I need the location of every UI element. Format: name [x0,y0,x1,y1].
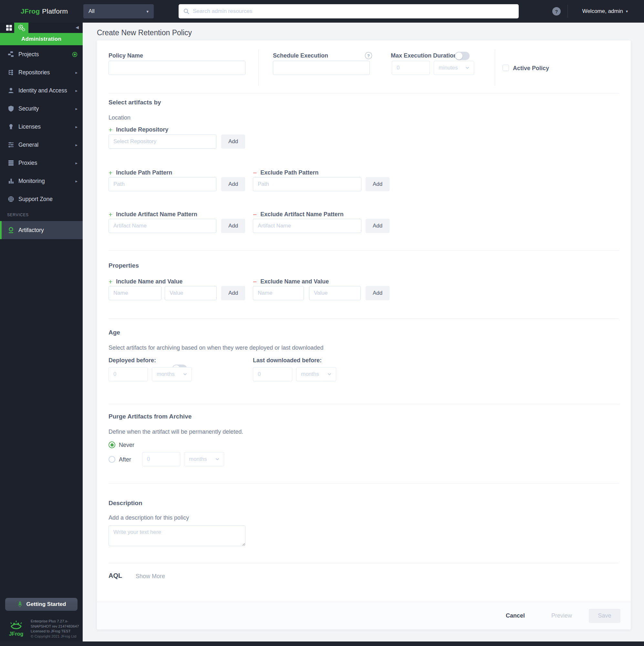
sidebar-item-label: Security [18,105,75,112]
sidebar-item-label: General [18,141,75,148]
exclude-artifact-label: Exclude Artifact Name Pattern [260,211,343,218]
administration-banner: Administration [0,33,83,45]
include-artifact-label: Include Artifact Name Pattern [116,211,197,218]
include-repository-input[interactable] [109,134,216,149]
sidebar-item-proxies[interactable]: Proxies ▸ [0,154,83,172]
sidebar-item-label: Monitoring [18,178,75,185]
sidebar-item-monitoring[interactable]: Monitoring ▸ [0,172,83,190]
max-duration-value-input[interactable] [392,61,430,75]
purge-after-unit-select[interactable]: months [184,452,224,466]
exclude-property-row-label: − Exclude Name and Value [253,278,329,285]
last-downloaded-value-input[interactable] [253,367,292,381]
exclude-property-name-input[interactable] [253,286,304,300]
last-downloaded-before-label: Last downloaded before: [253,357,322,364]
jfrog-platform-logo: JFrog Platform [21,0,68,23]
max-duration-toggle[interactable] [455,52,470,60]
schedule-execution-input[interactable] [273,61,370,75]
minus-icon: − [253,170,257,176]
sidebar-item-identity-and-access[interactable]: Identity and Access ▸ [0,82,83,100]
top-bar: JFrog Platform All ▾ ? Welcome, admin ▾ [0,0,644,23]
tab-administration[interactable] [14,23,28,33]
plus-icon: + [109,127,112,133]
admin-search[interactable] [178,4,519,18]
help-icon: ? [555,9,558,14]
getting-started-button[interactable]: Getting Started [5,598,78,611]
sidebar-item-repositories[interactable]: Repositories ▸ [0,63,83,82]
add-include-property-button[interactable]: Add [221,286,245,300]
exclude-artifact-input[interactable] [253,219,361,233]
policy-name-input[interactable] [109,61,245,75]
add-include-path-button[interactable]: Add [221,177,245,191]
purge-after-unit-value: months [189,456,207,462]
sidebar-item-projects[interactable]: Projects [0,45,83,63]
rocket-icon [17,601,23,608]
add-include-artifact-button[interactable]: Add [221,219,245,233]
purge-never-radio[interactable] [109,441,115,448]
include-property-name-input[interactable] [109,286,161,300]
license-line: Licensed to JFrog TEST [31,629,79,634]
chevron-right-icon: ▸ [75,160,78,166]
purge-after-radio[interactable] [109,456,115,463]
aql-heading: AQL [109,572,122,579]
help-button[interactable]: ? [552,7,561,15]
chevron-right-icon: ▸ [75,142,78,147]
logo-product: Platform [42,7,68,15]
aql-show-more-link[interactable]: Show More [136,573,165,580]
chevron-down-icon [328,373,332,375]
frog-logo-text: JFrog [8,631,24,637]
minus-icon: − [253,279,257,285]
server-stack-icon [7,159,15,167]
sidebar-collapse-icon[interactable]: ◀ [76,25,79,30]
include-artifact-input[interactable] [109,219,216,233]
add-exclude-artifact-button[interactable]: Add [366,219,389,233]
description-subtext: Add a description for this policy [109,515,189,521]
sidebar-item-general[interactable]: General ▸ [0,136,83,154]
cancel-button[interactable]: Cancel [506,612,525,619]
chevron-down-icon [466,67,469,69]
properties-heading: Properties [109,262,139,269]
policy-name-label: Policy Name [109,52,143,59]
projects-icon [7,51,15,58]
user-menu[interactable]: Welcome, admin ▾ [582,0,628,23]
sidebar-item-licenses[interactable]: Licenses ▸ [0,118,83,136]
purge-after-value-input[interactable] [142,452,180,466]
chevron-right-icon: ▸ [75,106,78,111]
exclude-property-value-input[interactable] [309,286,361,300]
app-switcher-icon[interactable] [5,24,13,32]
last-downloaded-unit-select[interactable]: months [296,367,336,381]
schedule-help-icon[interactable]: ? [365,52,372,59]
purge-heading: Purge Artifacts from Archive [109,413,191,420]
save-button[interactable]: Save [589,609,620,623]
deployed-before-unit-value: months [157,371,175,378]
repositories-icon [7,69,15,76]
add-include-repository-button[interactable]: Add [221,134,245,149]
chevron-right-icon: ▸ [75,88,78,93]
scope-dropdown[interactable]: All ▾ [83,4,154,18]
bar-chart-icon [7,178,15,185]
description-textarea[interactable] [109,526,245,546]
deployed-before-unit-select[interactable]: months [152,367,192,381]
age-description: Select artifacts for archiving based on … [109,344,323,351]
scope-dropdown-value: All [89,8,95,14]
sidebar-item-security[interactable]: Security ▸ [0,100,83,118]
include-path-input[interactable] [109,177,216,191]
max-duration-unit-select[interactable]: minutes [434,61,474,75]
add-exclude-path-button[interactable]: Add [366,177,389,191]
chevron-right-icon: ▸ [75,124,78,129]
section-divider [109,483,619,483]
sidebar-item-artifactory[interactable]: Artifactory [0,221,83,239]
exclude-path-input[interactable] [253,177,361,191]
deployed-before-value-input[interactable] [109,367,148,381]
search-icon [183,8,189,14]
license-copyright: © Copyright 2021 JFrog Ltd [31,634,79,639]
sidebar-item-support-zone[interactable]: Support Zone [0,190,83,208]
retention-policy-form: Policy Name Schedule Execution ? Max Exe… [97,40,631,630]
add-exclude-property-button[interactable]: Add [366,286,389,300]
exclude-path-label: Exclude Path Pattern [260,169,318,176]
active-policy-checkbox[interactable] [503,65,509,71]
search-input[interactable] [193,8,514,14]
include-property-value-input[interactable] [165,286,217,300]
include-property-row-label: + Include Name and Value [109,278,182,285]
preview-button[interactable]: Preview [551,612,572,619]
main-content: Create New Retention Policy Policy Name … [83,23,644,641]
